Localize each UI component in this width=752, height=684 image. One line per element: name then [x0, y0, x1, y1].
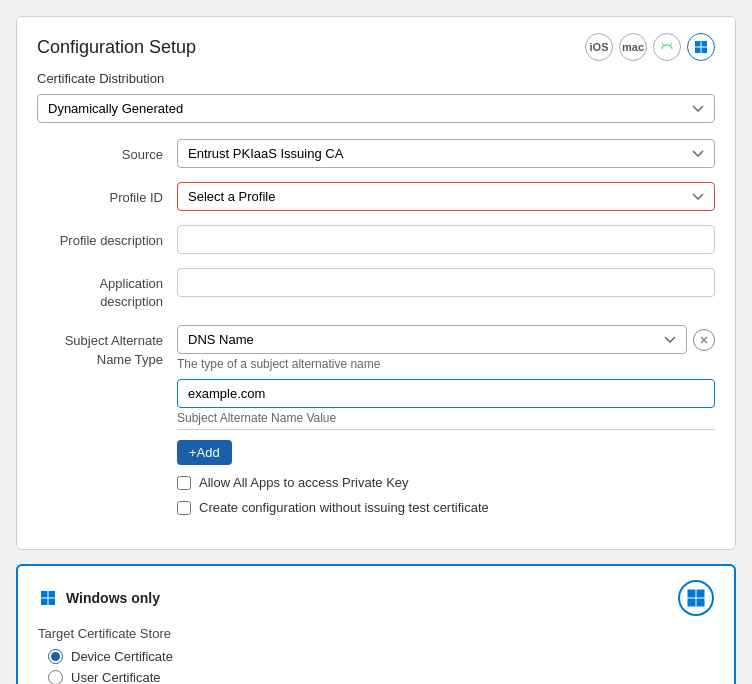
target-cert-store-label: Target Certificate Store	[38, 626, 714, 641]
svg-rect-12	[41, 599, 48, 606]
source-row: Source Entrust PKIaaS Issuing CA	[37, 139, 715, 168]
svg-rect-10	[41, 591, 48, 598]
profile-id-control: Select a Profile	[177, 182, 715, 211]
svg-rect-16	[688, 599, 696, 607]
svg-rect-11	[49, 591, 56, 598]
san-type-row: Subject Alternate Name Type DNS Name RFC…	[37, 325, 715, 515]
source-select[interactable]: Entrust PKIaaS Issuing CA	[177, 139, 715, 168]
windows-title: Windows only	[66, 590, 160, 606]
windows-icon-large	[686, 588, 706, 608]
san-type-label: Subject Alternate Name Type	[37, 325, 177, 368]
profile-desc-row: Profile description	[37, 225, 715, 254]
source-control: Entrust PKIaaS Issuing CA	[177, 139, 715, 168]
badge-mac[interactable]: mac	[619, 33, 647, 61]
windows-header: Windows only	[38, 580, 714, 616]
svg-rect-4	[695, 41, 701, 47]
windows-title-row: Windows only	[38, 588, 160, 608]
create-config-label: Create configuration without issuing tes…	[199, 500, 489, 515]
svg-rect-17	[697, 599, 705, 607]
san-type-control: DNS Name RFC 822 Name URI The type of a …	[177, 325, 715, 515]
san-remove-button[interactable]	[693, 329, 715, 351]
svg-rect-15	[697, 590, 705, 598]
device-cert-radio[interactable]	[48, 649, 63, 664]
cert-store-radio-group: Device Certificate User Certificate	[48, 649, 714, 684]
profile-desc-control	[177, 225, 715, 254]
badge-android[interactable]	[653, 33, 681, 61]
create-config-row: Create configuration without issuing tes…	[177, 500, 715, 515]
app-desc-label: Applicationdescription	[37, 268, 177, 311]
san-select-wrap: DNS Name RFC 822 Name URI	[177, 325, 687, 354]
windows-badge	[678, 580, 714, 616]
san-type-select[interactable]: DNS Name RFC 822 Name URI	[177, 325, 687, 354]
svg-rect-14	[688, 590, 696, 598]
san-value-input[interactable]	[177, 379, 715, 408]
page-title: Configuration Setup	[37, 37, 196, 58]
user-cert-label: User Certificate	[71, 670, 161, 684]
allow-apps-checkbox[interactable]	[177, 476, 191, 490]
cert-distribution-label: Certificate Distribution	[37, 71, 715, 86]
san-type-hint: The type of a subject alternative name	[177, 357, 715, 371]
windows-icon-badge	[694, 40, 708, 54]
windows-icon-small	[40, 590, 56, 606]
user-cert-radio[interactable]	[48, 670, 63, 684]
svg-rect-13	[49, 599, 56, 606]
san-select-row: DNS Name RFC 822 Name URI	[177, 325, 715, 354]
profile-id-select[interactable]: Select a Profile	[177, 182, 715, 211]
platform-badges: iOS mac	[585, 33, 715, 61]
profile-desc-label: Profile description	[37, 225, 177, 250]
profile-id-label: Profile ID	[37, 182, 177, 207]
san-value-label: Subject Alternate Name Value	[177, 411, 715, 425]
svg-line-3	[671, 43, 673, 45]
svg-rect-7	[702, 48, 708, 54]
profile-id-row: Profile ID Select a Profile	[37, 182, 715, 211]
allow-apps-row: Allow All Apps to access Private Key	[177, 475, 715, 490]
android-icon	[660, 40, 674, 54]
svg-rect-5	[702, 41, 708, 47]
windows-section-card: Windows only Target Certificate Store De…	[16, 564, 736, 684]
windows-small-icon	[38, 588, 58, 608]
badge-ios[interactable]: iOS	[585, 33, 613, 61]
app-desc-row: Applicationdescription	[37, 268, 715, 311]
add-button[interactable]: +Add	[177, 440, 232, 465]
app-desc-control	[177, 268, 715, 297]
device-cert-label: Device Certificate	[71, 649, 173, 664]
svg-rect-6	[695, 48, 701, 54]
configuration-setup-card: Configuration Setup iOS mac	[16, 16, 736, 550]
app-desc-input[interactable]	[177, 268, 715, 297]
san-value-divider	[177, 429, 715, 430]
create-config-checkbox[interactable]	[177, 501, 191, 515]
source-label: Source	[37, 139, 177, 164]
svg-line-2	[662, 43, 664, 45]
close-icon	[699, 335, 709, 345]
profile-desc-input[interactable]	[177, 225, 715, 254]
allow-apps-label: Allow All Apps to access Private Key	[199, 475, 409, 490]
device-cert-row: Device Certificate	[48, 649, 714, 664]
badge-windows[interactable]	[687, 33, 715, 61]
user-cert-row: User Certificate	[48, 670, 714, 684]
cert-distribution-select[interactable]: Dynamically Generated	[37, 94, 715, 123]
page-header: Configuration Setup iOS mac	[37, 33, 715, 61]
